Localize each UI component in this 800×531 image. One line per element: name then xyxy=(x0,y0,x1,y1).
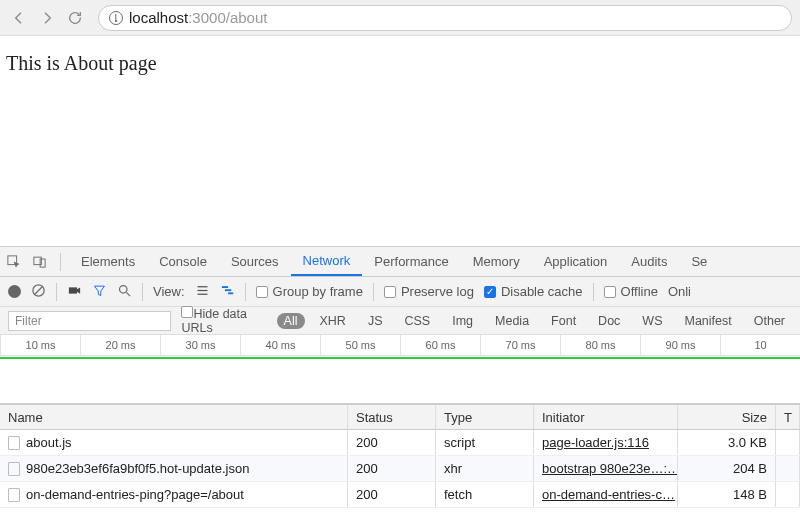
resource-type-filters: AllXHRJSCSSImgMediaFontDocWSManifestOthe… xyxy=(277,313,792,329)
initiator-link[interactable]: page-loader.js:116 xyxy=(542,435,649,450)
table-row[interactable]: 980e23eb3ef6fa9bf0f5.hot-update.json200x… xyxy=(0,456,800,482)
initiator-link[interactable]: on-demand-entries-c… xyxy=(542,487,675,502)
online-label: Onli xyxy=(668,284,691,299)
col-time[interactable]: T xyxy=(776,405,800,429)
cell-initiator: bootstrap 980e23e…:… xyxy=(534,456,678,481)
view-waterfall-icon[interactable] xyxy=(220,283,235,301)
cell-initiator: on-demand-entries-c… xyxy=(534,482,678,507)
devtools-tab-memory[interactable]: Memory xyxy=(461,247,532,276)
filter-input[interactable]: Filter xyxy=(8,311,171,331)
separator xyxy=(593,283,594,301)
hide-data-urls-checkbox[interactable]: Hide data URLs xyxy=(181,306,266,335)
timeline-tick: 70 ms xyxy=(480,335,560,355)
filter-type-font[interactable]: Font xyxy=(544,313,583,329)
record-button[interactable] xyxy=(8,285,21,298)
filter-type-css[interactable]: CSS xyxy=(398,313,438,329)
timeline-tick: 40 ms xyxy=(240,335,320,355)
group-by-frame-checkbox[interactable]: Group by frame xyxy=(256,284,363,299)
cell-type: fetch xyxy=(436,482,534,507)
page-heading: This is About page xyxy=(6,52,794,75)
devtools-tab-network[interactable]: Network xyxy=(291,247,363,276)
inspect-icon[interactable] xyxy=(0,254,26,269)
disable-cache-label: Disable cache xyxy=(501,284,583,299)
cell-name: on-demand-entries-ping?page=/about xyxy=(0,482,348,507)
svg-line-7 xyxy=(126,292,130,296)
cell-size: 3.0 KB xyxy=(678,430,776,455)
cell-status: 200 xyxy=(348,456,436,481)
cell-status: 200 xyxy=(348,430,436,455)
table-header: Name Status Type Initiator Size T xyxy=(0,404,800,430)
address-bar[interactable]: localhost:3000/about xyxy=(98,5,792,31)
devtools-tabs: ElementsConsoleSourcesNetworkPerformance… xyxy=(0,247,800,277)
col-type[interactable]: Type xyxy=(436,405,534,429)
separator xyxy=(373,283,374,301)
view-list-icon[interactable] xyxy=(195,283,210,301)
devtools-tab-se[interactable]: Se xyxy=(679,247,719,276)
url-path: :3000/about xyxy=(188,9,267,26)
col-initiator[interactable]: Initiator xyxy=(534,405,678,429)
table-row[interactable]: about.js200scriptpage-loader.js:1163.0 K… xyxy=(0,430,800,456)
svg-rect-5 xyxy=(69,287,77,293)
svg-rect-11 xyxy=(221,286,227,288)
filter-type-js[interactable]: JS xyxy=(361,313,390,329)
file-icon xyxy=(8,462,20,476)
devtools-tab-console[interactable]: Console xyxy=(147,247,219,276)
devtools-tab-audits[interactable]: Audits xyxy=(619,247,679,276)
devtools-tab-performance[interactable]: Performance xyxy=(362,247,460,276)
timeline-tick: 10 ms xyxy=(0,335,80,355)
filter-type-media[interactable]: Media xyxy=(488,313,536,329)
filter-type-all[interactable]: All xyxy=(277,313,305,329)
camera-icon[interactable] xyxy=(67,283,82,301)
filter-type-img[interactable]: Img xyxy=(445,313,480,329)
cell-type: script xyxy=(436,430,534,455)
offline-checkbox[interactable]: Offline xyxy=(604,284,658,299)
svg-rect-12 xyxy=(225,289,231,291)
page-viewport: This is About page xyxy=(0,36,800,246)
separator xyxy=(245,283,246,301)
col-status[interactable]: Status xyxy=(348,405,436,429)
devtools-tab-sources[interactable]: Sources xyxy=(219,247,291,276)
filter-type-doc[interactable]: Doc xyxy=(591,313,627,329)
preserve-log-checkbox[interactable]: Preserve log xyxy=(384,284,474,299)
reload-button[interactable] xyxy=(64,7,86,29)
col-size[interactable]: Size xyxy=(678,405,776,429)
filter-placeholder: Filter xyxy=(15,314,42,328)
cell-time xyxy=(776,430,800,455)
group-by-frame-label: Group by frame xyxy=(273,284,363,299)
back-button[interactable] xyxy=(8,7,30,29)
timeline-activity-bar xyxy=(0,357,800,359)
offline-label: Offline xyxy=(621,284,658,299)
table-row[interactable]: on-demand-entries-ping?page=/about200fet… xyxy=(0,482,800,508)
disable-cache-checkbox[interactable]: ✓Disable cache xyxy=(484,284,583,299)
file-icon xyxy=(8,436,20,450)
col-name[interactable]: Name xyxy=(0,405,348,429)
filter-type-other[interactable]: Other xyxy=(747,313,792,329)
network-timeline[interactable]: 10 ms20 ms30 ms40 ms50 ms60 ms70 ms80 ms… xyxy=(0,335,800,404)
svg-rect-2 xyxy=(40,259,45,267)
timeline-tick: 30 ms xyxy=(160,335,240,355)
cell-initiator: page-loader.js:116 xyxy=(534,430,678,455)
filter-type-ws[interactable]: WS xyxy=(635,313,669,329)
url-text: localhost:3000/about xyxy=(129,9,267,26)
filter-type-xhr[interactable]: XHR xyxy=(313,313,353,329)
devtools-tab-elements[interactable]: Elements xyxy=(69,247,147,276)
filter-icon[interactable] xyxy=(92,283,107,301)
forward-button[interactable] xyxy=(36,7,58,29)
timeline-tick: 80 ms xyxy=(560,335,640,355)
device-toggle-icon[interactable] xyxy=(26,254,52,269)
preserve-log-label: Preserve log xyxy=(401,284,474,299)
cell-status: 200 xyxy=(348,482,436,507)
filter-type-manifest[interactable]: Manifest xyxy=(677,313,738,329)
search-icon[interactable] xyxy=(117,283,132,301)
timeline-tick: 60 ms xyxy=(400,335,480,355)
cell-time xyxy=(776,482,800,507)
devtools-tab-application[interactable]: Application xyxy=(532,247,620,276)
clear-icon[interactable] xyxy=(31,283,46,301)
initiator-link[interactable]: bootstrap 980e23e…:… xyxy=(542,461,678,476)
timeline-tick: 10 xyxy=(720,335,800,355)
separator xyxy=(142,283,143,301)
cell-type: xhr xyxy=(436,456,534,481)
cell-name: 980e23eb3ef6fa9bf0f5.hot-update.json xyxy=(0,456,348,481)
timeline-tick: 50 ms xyxy=(320,335,400,355)
cell-size: 148 B xyxy=(678,482,776,507)
